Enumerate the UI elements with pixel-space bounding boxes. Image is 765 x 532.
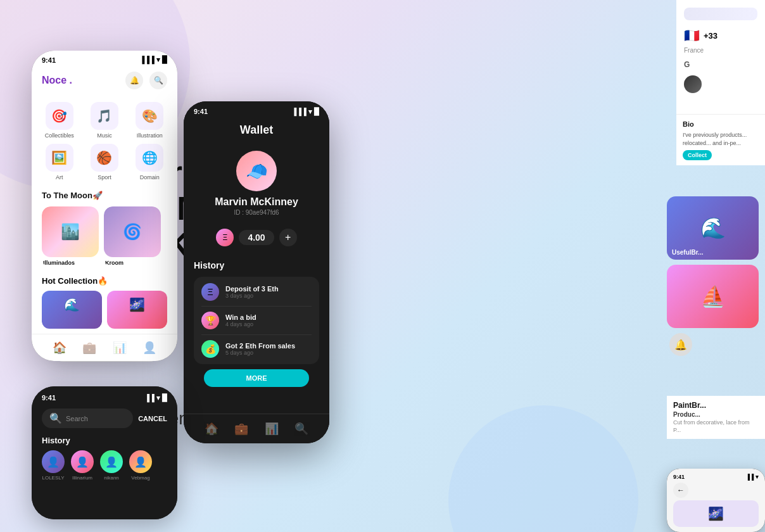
bio-text: I've previously products... relocated...… (683, 131, 759, 147)
search-row: 🔍 Search CANCEL (42, 408, 167, 428)
avatar-img-4: 👤 (129, 450, 152, 473)
avatar-4[interactable]: 👤 Vebmag (129, 450, 152, 481)
search-history-label: History (42, 436, 167, 445)
main-signal: ▐▐▐ ▾ ▉ (140, 56, 168, 64)
nft-scroll: 🏙️ Illuminados MORE 🌀 Kroom MORE (32, 204, 177, 272)
wallet-home-nav[interactable]: 🏠 (205, 422, 218, 436)
avatar-3[interactable]: 👤 nikann (100, 450, 123, 481)
top-bar-decoration (684, 8, 757, 20)
user-avatar: 🧢 (236, 151, 277, 191)
main-phone: 9:41 ▐▐▐ ▾ ▉ Noce . 🔔 🔍 🎯 Collectibles 🎵… (32, 51, 177, 361)
search-phone: 9:41 ▐▐ ▾ ▉ 🔍 Search CANCEL History 👤 LO… (32, 386, 177, 519)
avatar-name-2: Illinarium (72, 475, 92, 481)
wallet-nav-icon[interactable]: 💼 (82, 341, 96, 355)
right-avatar: 🔔 (669, 333, 692, 356)
search-input-box[interactable]: 🔍 Search (42, 408, 133, 428)
collectibles-label: Collectibles (45, 132, 74, 139)
chart-nav-icon[interactable]: 📊 (113, 341, 127, 355)
history-text-3: Got 2 Eth From sales 5 days ago (225, 342, 312, 356)
avatar-name-3: nikann (104, 475, 119, 481)
history-icon-3: 💰 (201, 340, 219, 358)
wallet-signal: ▐▐▐ ▾ ▉ (292, 108, 320, 116)
history-text-1: Deposit of 3 Eth 3 days ago (225, 285, 312, 299)
product-subtitle: Produc... (673, 411, 759, 418)
search-icon[interactable]: 🔍 (149, 72, 167, 89)
product-info-section: PaintBr... Produc... Cut from decorative… (667, 396, 765, 439)
category-illustration[interactable]: 🎨 Illustration (130, 102, 170, 139)
right-card-1[interactable]: 🌊 UsefulBr... (667, 196, 759, 260)
nft-card-1-img: 🏙️ (42, 206, 99, 257)
category-sport[interactable]: 🏀 Sport (84, 144, 124, 180)
art-icon: 🖼️ (46, 144, 73, 172)
history-time-2: 4 days ago (225, 321, 312, 327)
wallet-title-bar: Wallet (184, 118, 329, 144)
profile-nav-icon[interactable]: 👤 (142, 341, 156, 355)
sport-icon: 🏀 (91, 144, 118, 172)
user-name: Marvin McKinney (215, 196, 298, 208)
wallet-time: 9:41 (194, 108, 208, 116)
main-time: 9:41 (42, 56, 56, 64)
right-top-strip: 🇫🇷 +33 France G (676, 0, 765, 114)
search-icon: 🔍 (49, 412, 62, 424)
music-label: Music (97, 132, 112, 139)
wallet-more-btn[interactable]: MORE (204, 369, 309, 387)
nft-card-2-img: 🌀 (104, 206, 161, 257)
search-status-bar: 9:41 ▐▐ ▾ ▉ (42, 394, 167, 402)
main-phone-header: Noce . 🔔 🔍 (32, 66, 177, 97)
history-text-2: Win a bid 4 days ago (225, 314, 312, 327)
category-collectibles[interactable]: 🎯 Collectibles (39, 102, 79, 139)
phone-header-icons: 🔔 🔍 (125, 72, 167, 89)
right-card-2[interactable]: ⛵ (667, 265, 759, 328)
avatar-name-4: Vebmag (131, 475, 149, 481)
wallet-phone-inner: 9:41 ▐▐▐ ▾ ▉ Wallet 🧢 Marvin McKinney ID… (184, 101, 329, 443)
balance-row: Ξ 4.00 + (184, 222, 329, 253)
country-name: France (684, 47, 757, 54)
wallet-phone: 9:41 ▐▐▐ ▾ ▉ Wallet 🧢 Marvin McKinney ID… (184, 101, 329, 443)
category-music[interactable]: 🎵 Music (84, 102, 124, 139)
history-icon-1: Ξ (201, 283, 219, 301)
nft-card-1-info: Illuminados MORE (42, 257, 99, 267)
g-avatar (684, 75, 702, 93)
eth-amount: 4.00 (239, 230, 274, 245)
avatar-section: 🧢 Marvin McKinney ID : 90ae947fd6 (184, 144, 329, 222)
history-label-1: Deposit of 3 Eth (225, 285, 312, 293)
wallet-explore-nav[interactable]: 🔍 (294, 422, 308, 436)
to-the-moon-title: To The Moon🚀 (32, 186, 177, 204)
wallet-chart-nav[interactable]: 📊 (265, 422, 279, 436)
search-phone-inner: 9:41 ▐▐ ▾ ▉ 🔍 Search CANCEL History 👤 LO… (32, 386, 177, 519)
hot-grid: 🌊 🌌 (32, 288, 177, 334)
wallet-wallet-nav[interactable]: 💼 (234, 422, 248, 436)
hot-card-1[interactable]: 🌊 (42, 291, 102, 329)
product-desc: Cut from decorative, lace from P... (673, 419, 759, 434)
main-status-bar: 9:41 ▐▐▐ ▾ ▉ (32, 51, 177, 66)
history-label-3: Got 2 Eth From sales (225, 342, 312, 350)
home-nav-icon[interactable]: 🏠 (53, 341, 66, 355)
avatar-1[interactable]: 👤 LOLESLY (42, 450, 65, 481)
cancel-btn[interactable]: CANCEL (138, 415, 167, 422)
add-funds-btn[interactable]: + (279, 229, 297, 246)
br-signal: ▐▐ ▾ (746, 474, 759, 480)
collect-badge[interactable]: Collect (683, 150, 712, 161)
category-domain[interactable]: 🌐 Domain (130, 144, 170, 180)
flag-row: 🇫🇷 +33 (684, 28, 757, 43)
nft-card-kroom[interactable]: 🌀 Kroom MORE (104, 206, 161, 267)
notification-icon[interactable]: 🔔 (125, 72, 143, 89)
nft-card-illuminados[interactable]: 🏙️ Illuminados MORE (42, 206, 99, 267)
history-item-3: 💰 Got 2 Eth From sales 5 days ago (201, 340, 312, 358)
art-label: Art (56, 174, 63, 180)
br-content-emoji: 🌌 (708, 506, 724, 521)
hot-card-2[interactable]: 🌌 (107, 291, 167, 329)
bio-title: Bio (683, 120, 759, 129)
avatar-2[interactable]: 👤 Illinarium (71, 450, 94, 481)
nft-card-2-info: Kroom MORE (104, 257, 161, 267)
category-art[interactable]: 🖼️ Art (39, 144, 79, 180)
hot-collection-title: Hot Collection🔥 (32, 272, 177, 288)
bottom-right-inner: 9:41 ▐▐ ▾ ← 🌌 (667, 469, 765, 532)
nft-name-2: Kroom (105, 260, 160, 266)
main-bottom-nav: 🏠 💼 📊 👤 (32, 334, 177, 361)
france-flag: 🇫🇷 (684, 28, 700, 43)
bg-decoration-2 (448, 405, 638, 532)
br-back-btn[interactable]: ← (673, 483, 688, 498)
history-item-2: 🏆 Win a bid 4 days ago (201, 312, 312, 335)
eth-icon: Ξ (216, 229, 234, 246)
